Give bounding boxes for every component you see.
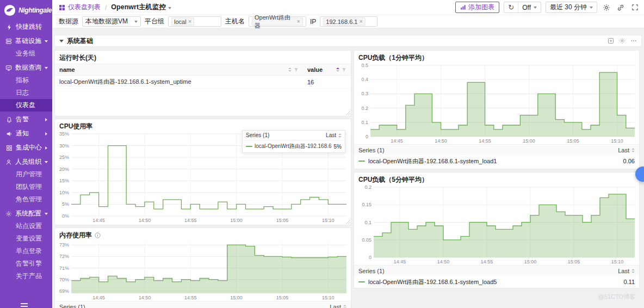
- apps-grid-icon: [5, 144, 13, 151]
- add-panel-icon[interactable]: [608, 38, 614, 44]
- metric-value-cell: 16: [303, 79, 351, 85]
- series-last-value: 5%: [334, 144, 342, 150]
- section-actions: [608, 38, 637, 44]
- refresh-interval-select[interactable]: Off: [518, 2, 541, 13]
- sort-icon-ascending[interactable]: [336, 67, 339, 72]
- column-header-value[interactable]: value: [303, 66, 351, 73]
- sidebar-item-about[interactable]: 关于产品: [0, 270, 52, 282]
- group-select[interactable]: local ×: [168, 16, 221, 27]
- sidebar-item-site-settings[interactable]: 站点设置: [0, 220, 52, 232]
- legend-item[interactable]: local-OpenWrt路由器-192.168.6.1-system_load…: [354, 276, 639, 288]
- info-icon[interactable]: [95, 232, 101, 238]
- breadcrumb-dashboard-list[interactable]: 仪表盘列表: [59, 3, 101, 12]
- table-row[interactable]: local-OpenWrt路由器-192.168.6.1-system_upti…: [55, 76, 351, 89]
- datasource-label: 数据源: [59, 17, 78, 26]
- hostname-label: 主机名: [225, 17, 245, 26]
- svg-text:20%: 20%: [59, 167, 69, 172]
- logo[interactable]: Nightingale: [0, 0, 52, 19]
- sidebar-item-label: 站点设置: [16, 221, 42, 231]
- close-icon[interactable]: ×: [359, 19, 362, 24]
- legend-last-sort[interactable]: Last: [618, 268, 635, 274]
- group-tag-label: local: [174, 19, 187, 25]
- ip-label: IP: [310, 18, 316, 26]
- add-chart-button[interactable]: 添加图表: [455, 2, 499, 13]
- close-icon[interactable]: ×: [188, 19, 191, 24]
- sidebar-item-alerts[interactable]: 告警: [0, 113, 52, 126]
- table-header: name value: [55, 64, 351, 76]
- sidebar-item-label: 关于产品: [16, 272, 42, 281]
- chevron-right-icon: [45, 146, 47, 150]
- share-link-icon[interactable]: [616, 3, 626, 13]
- sidebar-item-business-group[interactable]: 业务组: [0, 47, 52, 60]
- sidebar-item-alert-engine[interactable]: 告警引擎: [0, 257, 52, 270]
- add-chart-label: 添加图表: [468, 3, 494, 12]
- sidebar-item-metrics[interactable]: 指标: [0, 74, 52, 87]
- dashboard-grid-icon: [59, 4, 65, 11]
- memory-usage-chart[interactable]: 14:4514:5014:5515:0015:0515:1069%70%71%7…: [56, 240, 350, 301]
- sidebar-item-variable-settings[interactable]: 变量设置: [0, 232, 52, 245]
- lightning-icon: [5, 23, 13, 30]
- logo-text: Nightingale: [18, 7, 52, 14]
- close-icon[interactable]: ×: [297, 19, 300, 24]
- legend-last-sort[interactable]: Last: [326, 132, 342, 138]
- legend-item[interactable]: local-OpenWrt路由器-192.168.6.1-system_load…: [354, 155, 639, 167]
- time-range-control: 最近 30 分钟: [546, 2, 597, 13]
- column-header-name[interactable]: name: [55, 66, 303, 73]
- fullscreen-icon[interactable]: [630, 3, 640, 13]
- series-color-swatch: [358, 281, 365, 282]
- sidebar-item-label: 单点登录: [16, 247, 42, 256]
- sort-icon[interactable]: [288, 67, 292, 72]
- legend-item[interactable]: local-OpenWrt路由器-192.168.6.1-cpu_used 5%: [243, 140, 345, 152]
- chevron-down-icon: [168, 7, 171, 9]
- legend-last-sort[interactable]: Last: [618, 147, 635, 153]
- panel-memory-usage: 内存使用率 14:4514:5014:5515:0015:0515:1069%7…: [54, 227, 351, 308]
- panel-uptime: 运行时长(天) name value local-OpenWrt路由器-192.…: [54, 50, 351, 116]
- svg-text:0%: 0%: [62, 213, 69, 219]
- sidebar-collapse-button[interactable]: [21, 303, 28, 308]
- settings-gear-icon[interactable]: [602, 3, 611, 13]
- sidebar-item-label: 指标: [16, 76, 29, 85]
- svg-text:0.1: 0.1: [364, 220, 371, 225]
- legend-last-sort[interactable]: Last: [330, 304, 346, 308]
- cpu-load1-chart[interactable]: 14:4514:5014:5515:0015:0515:1000.10.20.3…: [355, 63, 638, 144]
- sidebar-item-quick-jump[interactable]: 快捷跳转: [0, 21, 52, 33]
- sidebar-item-label: 集成中心: [16, 143, 42, 152]
- sidebar-item-role-management[interactable]: 角色管理: [0, 193, 52, 206]
- filter-funnel-icon[interactable]: [342, 67, 346, 72]
- resize-handle[interactable]: [345, 110, 350, 115]
- hostname-select[interactable]: OpenWrt路由器 ×: [249, 16, 306, 27]
- sidebar-item-dashboard[interactable]: 仪表盘: [0, 99, 52, 112]
- sidebar-item-organization[interactable]: 人员组织: [0, 156, 52, 168]
- svg-text:14:45: 14:45: [92, 218, 105, 223]
- filter-funnel-icon[interactable]: [294, 67, 299, 72]
- sidebar-item-sso[interactable]: 单点登录: [0, 245, 52, 257]
- legend-header: Series (1) Last: [243, 131, 345, 140]
- cpu-load5-chart[interactable]: 14:4514:5014:5515:0015:0515:1000.050.10.…: [355, 184, 638, 265]
- svg-text:14:50: 14:50: [139, 218, 151, 223]
- refresh-icon: ↻: [508, 4, 514, 11]
- sidebar-item-infrastructure[interactable]: 基础设施: [0, 35, 52, 47]
- sidebar-item-notifications[interactable]: 通知: [0, 127, 52, 140]
- panel-title: CPU使用率: [59, 122, 92, 131]
- datasource-select[interactable]: 本地数据源VM: [82, 16, 141, 27]
- section-settings-icon[interactable]: [619, 38, 626, 44]
- refresh-button[interactable]: ↻: [504, 2, 518, 13]
- sidebar-item-user-management[interactable]: 用户管理: [0, 168, 52, 181]
- series-name: local-OpenWrt路由器-192.168.6.1-system_load…: [368, 278, 620, 286]
- section-system-basics[interactable]: 系统基础: [54, 35, 642, 47]
- time-range-select[interactable]: 最近 30 分钟: [546, 2, 597, 13]
- breadcrumb-current-dashboard[interactable]: Openwrt主机监控: [111, 3, 171, 12]
- sidebar-item-team-management[interactable]: 团队管理: [0, 181, 52, 193]
- svg-text:14:45: 14:45: [92, 295, 105, 300]
- sidebar-item-data-query[interactable]: 数据查询: [0, 61, 52, 74]
- ip-select[interactable]: 192.168.6.1 ×: [320, 16, 377, 27]
- svg-text:14:50: 14:50: [437, 259, 450, 264]
- sidebar-item-integrations[interactable]: 集成中心: [0, 141, 52, 154]
- svg-text:14:55: 14:55: [479, 138, 491, 144]
- sidebar-item-label: 业务组: [16, 49, 35, 58]
- sidebar-item-system-config[interactable]: 系统配置: [0, 207, 52, 220]
- section-collapse-caret-icon[interactable]: [59, 40, 64, 42]
- sidebar-item-logs[interactable]: 日志: [0, 87, 52, 99]
- section-more-icon[interactable]: [630, 38, 637, 44]
- panel-cpu-load1: CPU负载（1分钟平均） 14:4514:5014:5515:0015:0515…: [354, 50, 640, 169]
